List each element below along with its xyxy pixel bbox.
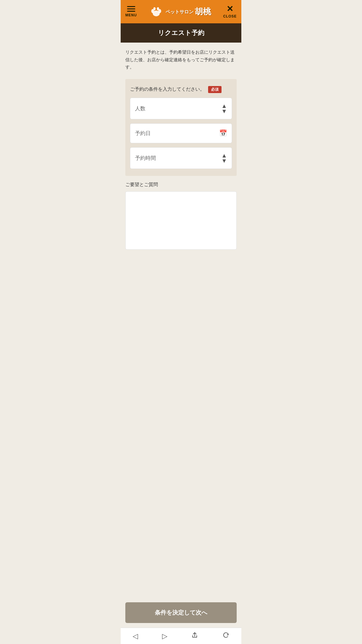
time-field[interactable]: 予約時間 ▲▼	[130, 147, 232, 169]
form-section: ご予約の条件を入力してください。 必須 人数 ▲▼ 予約日 📅 予約時間 ▲▼	[125, 79, 237, 176]
page-title: リクエスト予約	[125, 29, 237, 37]
requests-textarea[interactable]	[125, 191, 237, 250]
hamburger-icon	[127, 6, 135, 12]
back-button[interactable]: ◁	[133, 632, 138, 640]
hamburger-line-1	[127, 6, 135, 7]
calendar-icon: 📅	[219, 130, 227, 137]
required-badge: 必須	[208, 86, 222, 93]
reload-button[interactable]	[222, 632, 229, 640]
menu-button[interactable]: MENU	[125, 6, 137, 17]
menu-label: MENU	[125, 13, 137, 17]
close-icon: ✕	[226, 5, 233, 13]
people-count-placeholder: 人数	[135, 105, 145, 112]
date-placeholder: 予約日	[135, 130, 151, 137]
people-count-field[interactable]: 人数 ▲▼	[130, 98, 232, 119]
forward-button[interactable]: ▷	[162, 632, 167, 640]
main-content: リクエスト予約とは、予約希望日をお店にリクエスト送信した後、お店から確定連絡をも…	[121, 43, 241, 598]
hamburger-line-3	[127, 11, 135, 12]
close-label: CLOSE	[223, 14, 237, 18]
spinner-icon-people: ▲▼	[221, 103, 227, 114]
svg-point-3	[153, 7, 156, 10]
form-section-header: ご予約の条件を入力してください。 必須	[130, 86, 232, 93]
form-section-label: ご予約の条件を入力してください。	[130, 86, 205, 92]
description-text: リクエスト予約とは、予約希望日をお店にリクエスト送信した後、お店から確定連絡をも…	[125, 48, 237, 71]
close-button[interactable]: ✕ CLOSE	[223, 5, 237, 18]
page-title-bar: リクエスト予約	[121, 23, 241, 43]
logo-text: ペットサロン胡桃	[166, 6, 211, 17]
requests-label: ご要望とご質問	[125, 182, 237, 188]
paw-icon	[149, 5, 163, 19]
header-logo: ペットサロン胡桃	[149, 5, 211, 19]
share-button[interactable]	[191, 632, 198, 640]
bottom-nav: ◁ ▷	[121, 628, 241, 644]
date-field[interactable]: 予約日 📅	[130, 123, 232, 143]
spinner-icon-time: ▲▼	[221, 153, 227, 163]
requests-section: ご要望とご質問	[125, 182, 237, 257]
hamburger-line-2	[127, 8, 135, 9]
svg-point-4	[157, 7, 159, 10]
time-placeholder: 予約時間	[135, 155, 156, 162]
bottom-section: 条件を決定して次へ	[121, 598, 241, 628]
header: MENU ペットサロン胡桃 ✕ CLOSE	[121, 0, 241, 23]
submit-button[interactable]: 条件を決定して次へ	[125, 602, 237, 623]
